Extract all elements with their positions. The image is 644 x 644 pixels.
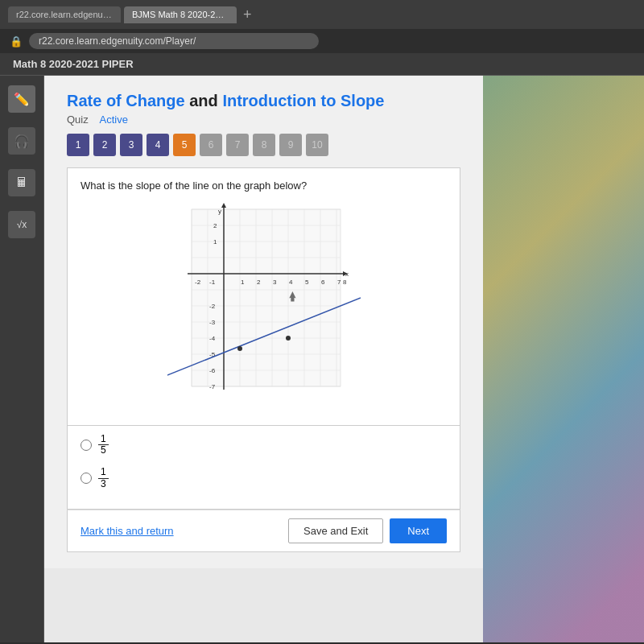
svg-text:3: 3 (273, 279, 277, 286)
svg-text:-1: -1 (209, 279, 216, 286)
svg-text:2: 2 (257, 279, 261, 286)
main-area: ✏️ 🎧 🖩 √x Rate of Change and Introductio… (0, 76, 644, 642)
svg-text:6: 6 (321, 279, 325, 286)
lock-icon: 🔒 (10, 35, 23, 47)
tab-active[interactable]: BJMS Math 8 2020-2021 PIPE... ✕ (124, 6, 237, 23)
question-box: What is the slope of the line on the gra… (67, 167, 460, 426)
svg-point-49 (237, 346, 242, 351)
answer-choice-2[interactable]: 1 3 (80, 467, 447, 489)
svg-text:1: 1 (241, 279, 245, 286)
svg-text:x: x (345, 270, 349, 278)
app-header: Math 8 2020-2021 PIPER (0, 53, 644, 76)
denominator-1: 5 (98, 445, 109, 456)
svg-marker-26 (221, 203, 226, 208)
address-bar: 🔒 (0, 29, 644, 53)
sidebar: ✏️ 🎧 🖩 √x (0, 76, 44, 642)
decorative-background (483, 76, 644, 642)
question-text: What is the slope of the line on the gra… (80, 180, 447, 192)
next-button[interactable]: Next (390, 518, 447, 543)
svg-text:1: 1 (213, 238, 217, 246)
tab-inactive[interactable]: r22.core.learn.edgenuity... (8, 6, 121, 23)
svg-text:5: 5 (305, 279, 309, 286)
question-num-2[interactable]: 2 (93, 134, 116, 156)
headphones-sidebar-icon[interactable]: 🎧 (8, 127, 35, 155)
answer-radio-1[interactable] (80, 440, 92, 451)
quiz-title: Rate of Change and Introduction to Slope (67, 92, 460, 110)
svg-text:-2: -2 (195, 279, 201, 286)
answer-choice-1[interactable]: 1 5 (80, 434, 447, 456)
quiz-container: Rate of Change and Introduction to Slope… (44, 76, 483, 568)
new-tab-button[interactable]: + (243, 6, 252, 23)
title-connector: and (189, 92, 222, 109)
svg-text:-4: -4 (209, 335, 216, 342)
question-num-5[interactable]: 5 (173, 134, 196, 156)
fraction-2: 1 3 (98, 467, 109, 489)
svg-text:-7: -7 (209, 383, 216, 390)
quiz-subtitle: Quiz Active (67, 114, 460, 126)
svg-text:7: 7 (337, 279, 341, 286)
quiz-footer: Mark this and return Save and Exit Next (67, 510, 460, 552)
pencil-sidebar-icon[interactable]: ✏️ (8, 85, 35, 113)
question-num-8: 8 (253, 134, 275, 156)
quiz-label: Quiz (67, 114, 89, 126)
app-title: Math 8 2020-2021 PIPER (13, 58, 134, 70)
save-exit-button[interactable]: Save and Exit (288, 518, 383, 543)
address-input[interactable] (29, 33, 319, 49)
numerator-2: 1 (98, 467, 109, 478)
svg-text:2: 2 (213, 222, 217, 229)
graph-container: -2 -1 1 2 3 4 5 6 7 8 x 2 1 -2 (167, 201, 361, 402)
answer-radio-2[interactable] (80, 473, 92, 484)
formula-sidebar-icon[interactable]: √x (8, 211, 35, 238)
svg-text:y: y (218, 208, 221, 215)
numerator-1: 1 (98, 434, 109, 445)
question-num-3[interactable]: 3 (120, 134, 142, 156)
fraction-1: 1 5 (98, 434, 109, 456)
svg-text:8: 8 (343, 279, 347, 286)
coordinate-graph: -2 -1 1 2 3 4 5 6 7 8 x 2 1 -2 (167, 201, 361, 402)
question-num-6: 6 (200, 134, 222, 156)
tab-area: r22.core.learn.edgenuity... BJMS Math 8 … (8, 6, 252, 23)
question-num-1[interactable]: 1 (67, 134, 89, 156)
svg-point-48 (286, 336, 291, 341)
denominator-2: 3 (98, 479, 109, 489)
calculator-sidebar-icon[interactable]: 🖩 (8, 169, 35, 196)
browser-bar: r22.core.learn.edgenuity... BJMS Math 8 … (0, 0, 644, 29)
answer-choices: 1 5 1 3 (67, 426, 460, 510)
svg-rect-0 (192, 209, 341, 386)
svg-text:-6: -6 (209, 367, 216, 374)
svg-text:-3: -3 (209, 319, 216, 326)
question-nav: 1 2 3 4 5 6 7 8 9 10 (67, 134, 460, 156)
footer-buttons: Save and Exit Next (288, 518, 447, 543)
mark-return-button[interactable]: Mark this and return (80, 525, 174, 537)
svg-text:4: 4 (289, 279, 293, 286)
title-part1: Rate of Change (67, 92, 185, 109)
content-panel: Rate of Change and Introduction to Slope… (44, 76, 483, 642)
title-part2: Introduction to Slope (222, 92, 384, 109)
question-num-10: 10 (306, 134, 328, 156)
svg-text:-2: -2 (209, 303, 216, 310)
question-num-9: 9 (279, 134, 302, 156)
quiz-status: Active (99, 114, 127, 126)
question-num-4[interactable]: 4 (147, 134, 169, 156)
question-num-7: 7 (226, 134, 249, 156)
